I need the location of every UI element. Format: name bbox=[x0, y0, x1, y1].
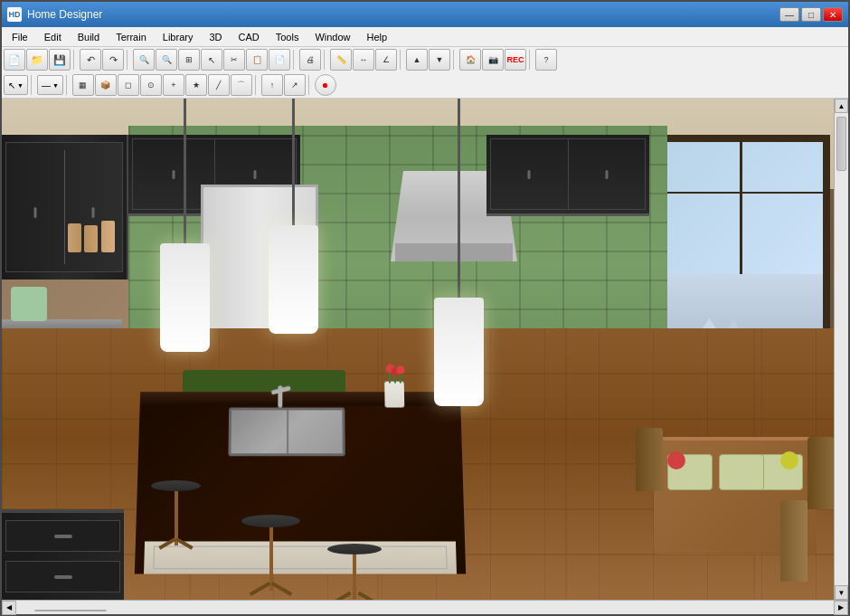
tb-camera[interactable]: 📷 bbox=[482, 49, 504, 71]
tb-sep-1 bbox=[73, 50, 77, 70]
scroll-left-button[interactable]: ◀ bbox=[2, 601, 16, 615]
tb-select[interactable]: ↖ bbox=[201, 49, 222, 71]
tb-print[interactable]: 🖨 bbox=[299, 49, 321, 71]
menu-window[interactable]: Window bbox=[307, 29, 358, 45]
tb-arrow-up[interactable]: ↑ bbox=[261, 74, 283, 96]
maximize-button[interactable]: □ bbox=[801, 7, 821, 22]
scroll-up-button[interactable]: ▲ bbox=[835, 99, 848, 113]
barstool-3 bbox=[327, 544, 382, 554]
menu-file[interactable]: File bbox=[4, 29, 36, 45]
tb-wall-type[interactable]: ▦ bbox=[72, 74, 94, 96]
menu-tools[interactable]: Tools bbox=[268, 29, 307, 45]
shelf-items bbox=[11, 216, 119, 270]
scroll-thumb-v[interactable] bbox=[836, 117, 846, 171]
tb-copy[interactable]: 📋 bbox=[246, 49, 268, 71]
titlebar: HD Home Designer — □ ✕ bbox=[2, 2, 848, 27]
tb-sep-r2-1 bbox=[31, 75, 34, 95]
tb-paste[interactable]: 📄 bbox=[269, 49, 290, 71]
tb-sep-4 bbox=[324, 50, 327, 70]
pendant-light-1 bbox=[160, 99, 210, 352]
tb-zoom-out[interactable]: 🔍 bbox=[156, 49, 177, 71]
scroll-right-button[interactable]: ▶ bbox=[834, 601, 848, 615]
toolbar-row-1: 📄 📁 💾 ↶ ↷ 🔍 🔍 ⊞ ↖ ✂ 📋 📄 🖨 📏 ↔ ∠ ▲ ▼ 🏠 bbox=[2, 47, 848, 72]
tb-arc[interactable]: ⌒ bbox=[231, 74, 252, 96]
tb-mode-select[interactable]: —▼ bbox=[37, 75, 63, 95]
tb-new[interactable]: 📄 bbox=[4, 49, 25, 71]
tb-shape2[interactable]: ⊙ bbox=[140, 74, 162, 96]
vertical-scrollbar[interactable]: ▲ ▼ bbox=[834, 99, 848, 600]
toolbars: 📄 📁 💾 ↶ ↷ 🔍 🔍 ⊞ ↖ ✂ 📋 📄 🖨 📏 ↔ ∠ ▲ ▼ 🏠 bbox=[2, 47, 848, 99]
tb-dimension[interactable]: ↔ bbox=[353, 49, 374, 71]
tb-fit[interactable]: ⊞ bbox=[178, 49, 200, 71]
tb-paint[interactable]: ★ bbox=[185, 74, 207, 96]
tb-sep-3 bbox=[293, 50, 297, 70]
upper-cabinet-left bbox=[2, 135, 128, 280]
window-title: Home Designer bbox=[27, 8, 102, 21]
tb-sep-r2-3 bbox=[255, 75, 259, 95]
barstool-2 bbox=[241, 515, 300, 527]
tb-sep-r2-4 bbox=[308, 75, 312, 95]
tb-shape1[interactable]: ◻ bbox=[118, 74, 139, 96]
menu-terrain[interactable]: Terrain bbox=[108, 29, 155, 45]
viewport[interactable]: ▲ ▼ bbox=[2, 99, 848, 600]
upper-cabinet-center-right bbox=[486, 135, 649, 216]
scroll-down-button[interactable]: ▼ bbox=[835, 585, 848, 600]
tb-line[interactable]: ╱ bbox=[208, 74, 230, 96]
tb-sep-7 bbox=[529, 50, 533, 70]
dining-area bbox=[636, 401, 835, 582]
lower-left-corner-cabinet bbox=[2, 509, 124, 600]
tb-sep-r2-2 bbox=[66, 75, 70, 95]
pendant-light-2 bbox=[269, 99, 318, 334]
tb-open[interactable]: 📁 bbox=[26, 49, 48, 71]
close-button[interactable]: ✕ bbox=[823, 7, 843, 22]
tb-shape3[interactable]: + bbox=[163, 74, 184, 96]
menu-edit[interactable]: Edit bbox=[36, 29, 70, 45]
tb-measure[interactable]: 📏 bbox=[330, 49, 352, 71]
pendant-light-3 bbox=[431, 99, 486, 406]
menu-cad[interactable]: CAD bbox=[230, 29, 267, 45]
tb-cut[interactable]: ✂ bbox=[223, 49, 245, 71]
tb-save[interactable]: 💾 bbox=[49, 49, 71, 71]
tb-help[interactable]: ? bbox=[535, 49, 557, 71]
toolbar-row-2: ↖▼ —▼ ▦ 📦 ◻ ⊙ + ★ ╱ ⌒ ↑ ↗ ⏺ bbox=[2, 72, 848, 98]
tb-sep-6 bbox=[453, 50, 457, 70]
minimize-button[interactable]: — bbox=[779, 7, 799, 22]
tb-floor-up[interactable]: ▲ bbox=[406, 49, 428, 71]
tb-3d-view[interactable]: 🏠 bbox=[459, 49, 481, 71]
tb-arrow-diag[interactable]: ↗ bbox=[284, 74, 306, 96]
window-controls: — □ ✕ bbox=[779, 7, 843, 22]
barstool-1 bbox=[151, 480, 201, 491]
scroll-thumb-h[interactable] bbox=[34, 610, 107, 611]
main-area: ▲ ▼ bbox=[2, 99, 848, 600]
menu-3d[interactable]: 3D bbox=[201, 29, 230, 45]
horizontal-scrollbar[interactable]: ◀ ▶ bbox=[2, 600, 848, 614]
tb-rec2[interactable]: ⏺ bbox=[315, 74, 336, 96]
tb-library2[interactable]: 📦 bbox=[95, 74, 117, 96]
tb-redo[interactable]: ↷ bbox=[102, 49, 124, 71]
menu-library[interactable]: Library bbox=[155, 29, 202, 45]
menu-help[interactable]: Help bbox=[359, 29, 396, 45]
tb-zoom-in[interactable]: 🔍 bbox=[133, 49, 155, 71]
tb-render[interactable]: REC bbox=[505, 49, 526, 71]
tb-angle[interactable]: ∠ bbox=[375, 49, 397, 71]
kitchen-scene bbox=[2, 99, 848, 600]
tb-sep-2 bbox=[127, 50, 130, 70]
menubar: File Edit Build Terrain Library 3D CAD T… bbox=[2, 27, 848, 47]
tb-floor-down[interactable]: ▼ bbox=[429, 49, 450, 71]
menu-build[interactable]: Build bbox=[70, 29, 108, 45]
tb-undo[interactable]: ↶ bbox=[80, 49, 101, 71]
main-window: HD Home Designer — □ ✕ File Edit Build T… bbox=[0, 0, 850, 616]
tb-select-tool[interactable]: ↖▼ bbox=[4, 75, 28, 95]
tb-sep-5 bbox=[400, 50, 403, 70]
titlebar-left: HD Home Designer bbox=[7, 7, 102, 22]
app-icon: HD bbox=[7, 7, 22, 22]
